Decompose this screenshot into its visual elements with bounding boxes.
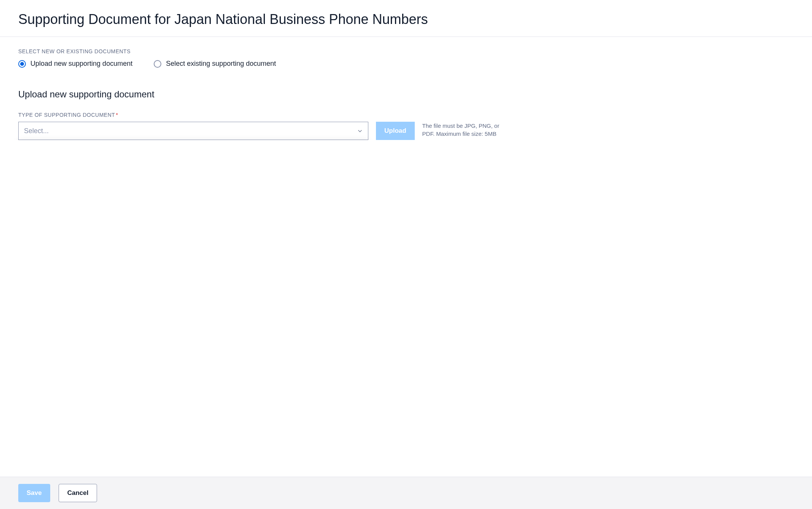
radio-icon-selected — [18, 60, 26, 68]
page-title: Supporting Document for Japan National B… — [0, 0, 812, 37]
upload-hint: The file must be JPG, PNG, or PDF. Maxim… — [422, 122, 502, 138]
required-indicator: * — [116, 112, 118, 118]
section-heading: Upload new supporting document — [18, 89, 794, 100]
radio-select-existing[interactable]: Select existing supporting document — [154, 60, 276, 68]
radio-group: Upload new supporting document Select ex… — [18, 60, 794, 68]
radio-upload-new[interactable]: Upload new supporting document — [18, 60, 132, 68]
radio-label-upload-new: Upload new supporting document — [30, 60, 132, 68]
radio-icon-unselected — [154, 60, 161, 68]
radio-label-select-existing: Select existing supporting document — [166, 60, 276, 68]
document-type-select[interactable]: Select... — [18, 122, 368, 140]
chevron-down-icon — [357, 128, 363, 134]
select-placeholder: Select... — [24, 127, 49, 135]
radio-section-label: SELECT NEW OR EXISTING DOCUMENTS — [18, 48, 794, 54]
upload-button[interactable]: Upload — [376, 122, 415, 140]
field-label-type: TYPE OF SUPPORTING DOCUMENT* — [18, 112, 794, 118]
